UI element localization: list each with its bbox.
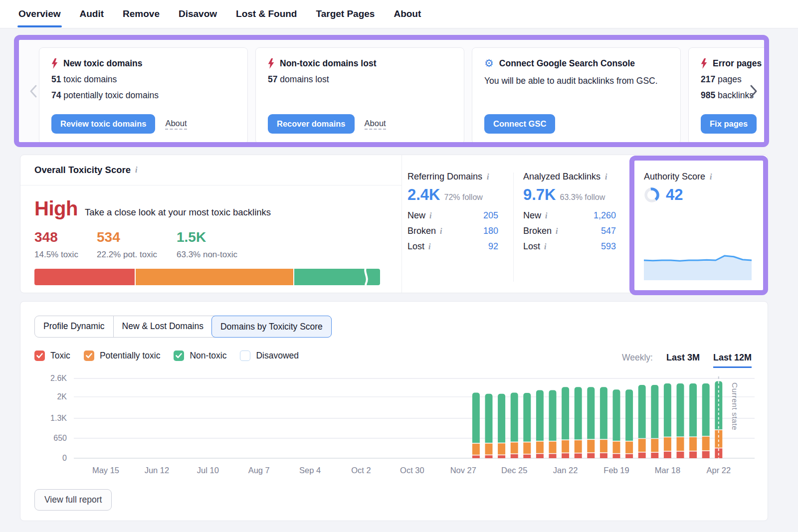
bar-group[interactable] [472, 392, 480, 458]
bar-group[interactable] [575, 387, 582, 458]
bar-group[interactable] [613, 389, 620, 458]
bar-group[interactable] [511, 392, 518, 458]
fix-pages-button[interactable]: Fix pages [701, 114, 757, 134]
period-last-3m[interactable]: Last 3M [666, 353, 700, 366]
legend-non-toxic[interactable]: Non-toxic [174, 351, 226, 361]
lost-domains-value[interactable]: 92 [488, 241, 498, 252]
info-icon[interactable]: i [545, 211, 547, 220]
tab-target-pages[interactable]: Target Pages [316, 0, 375, 28]
follow-ratio: 63.3% follow [560, 193, 605, 202]
bar-group[interactable] [562, 387, 569, 458]
legend-potentially-toxic[interactable]: Potentially toxic [84, 351, 161, 361]
about-link[interactable]: About [165, 119, 187, 130]
authority-donut [644, 187, 660, 203]
referring-domains-value[interactable]: 2.4K [407, 186, 440, 204]
x-axis-tick: Jul 10 [197, 466, 219, 475]
potentially-toxic-stat: 534 22.2% pot. toxic [97, 229, 177, 260]
tab-disavow[interactable]: Disavow [179, 0, 217, 28]
toxic-stat: 348 14.5% toxic [34, 229, 97, 260]
tab-overview[interactable]: Overview [18, 0, 61, 28]
period-label: Weekly: [622, 353, 653, 363]
x-axis-tick: Aug 7 [248, 466, 270, 475]
stats-card: Overall Toxicity Score i High Take a clo… [20, 155, 768, 293]
info-icon[interactable]: i [605, 173, 607, 181]
bar-group[interactable] [523, 393, 531, 458]
recommendation-carousel: New toxic domains 51 toxic domains 74 po… [14, 35, 769, 147]
x-axis-tick: Dec 25 [501, 466, 527, 475]
about-link[interactable]: About [365, 119, 386, 130]
toxicity-advice: Take a close look at your most toxic bac… [85, 207, 271, 218]
bar-group[interactable] [587, 387, 595, 458]
info-icon[interactable]: i [440, 227, 442, 236]
bar-group[interactable] [625, 389, 633, 458]
tab-new-lost-domains[interactable]: New & Lost Domains [113, 316, 212, 337]
stat-line: 74 potentially toxic domains [51, 90, 235, 101]
bar-break-squiggle [362, 269, 370, 285]
section-title: Authority Score [644, 172, 705, 182]
card-title: Error pages [713, 58, 762, 69]
carousel-prev-button[interactable] [27, 84, 40, 99]
bar-group[interactable] [485, 394, 493, 458]
overall-toxicity-section: Overall Toxicity Score i High Take a clo… [20, 155, 402, 293]
chart-card: Profile Dynamic New & Lost Domains Domai… [20, 301, 768, 521]
lightning-icon [51, 58, 58, 69]
stat-line: 217 pages [701, 74, 769, 85]
bar-group[interactable] [549, 390, 557, 458]
tab-profile-dynamic[interactable]: Profile Dynamic [35, 316, 113, 337]
bar-group[interactable] [498, 394, 505, 458]
y-axis-tick: 0 [62, 454, 67, 462]
stat-line: 57 domains lost [268, 74, 452, 85]
analyzed-backlinks-value[interactable]: 9.7K [523, 186, 556, 204]
y-axis-tick: 2.6K [50, 374, 67, 382]
toxicity-distribution-bar[interactable] [34, 269, 380, 285]
card-title: New toxic domains [63, 58, 143, 69]
info-icon[interactable]: i [428, 242, 430, 251]
review-toxic-domains-button[interactable]: Review toxic domains [51, 114, 155, 134]
info-icon[interactable]: i [135, 166, 137, 175]
bar-group[interactable] [638, 385, 646, 458]
view-full-report-button[interactable]: View full report [34, 489, 112, 511]
card-nontoxic-domains-lost: Non-toxic domains lost 57 domains lost R… [255, 47, 464, 144]
recover-domains-button[interactable]: Recover domains [268, 114, 355, 134]
lost-backlinks-value[interactable]: 593 [601, 241, 616, 252]
tab-domains-by-toxicity-score[interactable]: Domains by Toxicity Score [211, 316, 332, 338]
lightning-icon [701, 58, 707, 69]
tab-lost-and-found[interactable]: Lost & Found [236, 0, 297, 28]
info-icon[interactable]: i [487, 173, 489, 181]
bar-group[interactable] [664, 383, 671, 458]
x-axis-tick: Oct 2 [351, 466, 371, 475]
broken-backlinks-value[interactable]: 547 [601, 226, 616, 236]
toxic-bar-segment [34, 269, 135, 285]
connect-gsc-button[interactable]: Connect GSC [484, 114, 555, 134]
x-axis-tick: Sep 4 [299, 466, 321, 475]
bar-group[interactable] [715, 381, 722, 458]
y-axis-tick: 650 [53, 434, 67, 442]
broken-domains-value[interactable]: 180 [483, 226, 498, 236]
carousel-next-button[interactable] [747, 84, 760, 99]
tab-about[interactable]: About [394, 0, 421, 28]
x-axis-tick: Apr 22 [706, 466, 731, 475]
bar-group[interactable] [689, 383, 697, 458]
bar-group[interactable] [702, 383, 710, 458]
bar-group[interactable] [536, 390, 544, 458]
legend-toxic[interactable]: Toxic [34, 351, 70, 361]
info-icon[interactable]: i [710, 173, 712, 181]
bar-group[interactable] [651, 385, 658, 458]
x-axis-tick: Nov 27 [450, 466, 476, 475]
legend-disavowed[interactable]: Disavowed [240, 351, 299, 361]
info-icon[interactable]: i [429, 211, 431, 220]
new-domains-value[interactable]: 205 [483, 210, 498, 221]
bar-group[interactable] [600, 387, 607, 458]
period-last-12m[interactable]: Last 12M [713, 353, 752, 368]
tab-audit[interactable]: Audit [80, 0, 104, 28]
info-icon[interactable]: i [556, 227, 558, 236]
x-axis-tick: May 15 [92, 466, 119, 475]
tab-remove[interactable]: Remove [123, 0, 160, 28]
bar-group[interactable] [677, 383, 684, 458]
new-backlinks-value[interactable]: 1,260 [594, 210, 616, 221]
chart-legend: Toxic Potentially toxic Non-toxic Disavo… [34, 351, 299, 361]
x-axis-tick: Jan 22 [553, 466, 578, 475]
info-icon[interactable]: i [544, 242, 546, 251]
toxicity-title: Overall Toxicity Score [34, 165, 131, 176]
toxicity-score-chart[interactable]: 06501.3K2K2.6KMay 15Jun 12Jul 10Aug 7Sep… [31, 372, 760, 492]
